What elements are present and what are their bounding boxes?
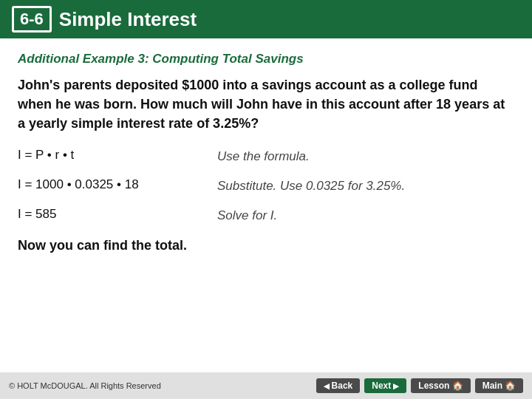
header-title: Simple Interest — [59, 8, 197, 31]
back-label: Back — [332, 381, 353, 391]
copyright-text: © HOLT McDOUGAL. All Rights Reserved — [9, 381, 161, 390]
header: 6-6 Simple Interest — [0, 0, 532, 38]
step-3-formula: I = 585 — [18, 207, 210, 222]
lesson-badge: 6-6 — [12, 6, 52, 33]
main-label: Main — [482, 381, 502, 391]
problem-text: John's parents deposited $1000 into a sa… — [18, 75, 514, 133]
main-content: Additional Example 3: Computing Total Sa… — [0, 38, 532, 261]
main-home-icon: 🏠 — [505, 381, 516, 391]
example-title: Additional Example 3: Computing Total Sa… — [18, 52, 514, 66]
step-3-left: I = 585 — [18, 207, 56, 221]
next-arrow-icon: ▶ — [393, 382, 399, 390]
step-row-2: I = 1000 • 0.0325 • 18 Substitute. Use 0… — [18, 177, 514, 195]
next-button[interactable]: Next ▶ — [364, 378, 406, 393]
step-3-note: Solve for I. — [210, 207, 277, 225]
main-button[interactable]: Main 🏠 — [475, 378, 523, 393]
steps-container: I = P • r • t Use the formula. I = 1000 … — [18, 148, 514, 224]
footer: © HOLT McDOUGAL. All Rights Reserved ◀ B… — [0, 372, 532, 399]
step-1-note: Use the formula. — [210, 148, 310, 166]
lesson-home-icon: 🏠 — [452, 381, 463, 391]
step-row-1: I = P • r • t Use the formula. — [18, 148, 514, 166]
nav-buttons: ◀ Back Next ▶ Lesson 🏠 Main 🏠 — [316, 378, 523, 393]
step-2-left: I = 1000 • 0.0325 • 18 — [18, 177, 139, 191]
back-button[interactable]: ◀ Back — [316, 378, 361, 393]
step-2-note: Substitute. Use 0.0325 for 3.25%. — [210, 177, 405, 195]
step-1-left: I = P • r • t — [18, 148, 74, 162]
lesson-label: Lesson — [418, 381, 449, 391]
next-label: Next — [372, 381, 391, 391]
step-row-3: I = 585 Solve for I. — [18, 207, 514, 225]
conclusion-text: Now you can find the total. — [18, 238, 514, 253]
back-arrow-icon: ◀ — [324, 382, 330, 390]
step-1-formula: I = P • r • t — [18, 148, 210, 163]
lesson-button[interactable]: Lesson 🏠 — [411, 378, 470, 393]
step-2-formula: I = 1000 • 0.0325 • 18 — [18, 177, 210, 192]
